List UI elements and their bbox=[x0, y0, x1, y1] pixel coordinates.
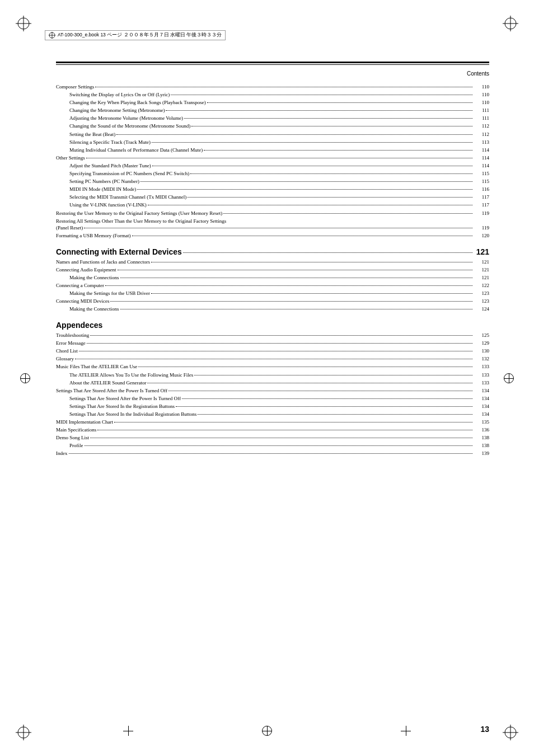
toc-dots bbox=[110, 301, 472, 302]
toc-text: MIDI IN Mode (MIDI IN Mode) bbox=[69, 186, 136, 193]
toc-page: 125 bbox=[474, 332, 489, 339]
toc-page: 123 bbox=[474, 290, 489, 297]
appendeces-heading-text: Appendeces bbox=[56, 321, 102, 330]
toc-entry-sound-generator: About the ATELIER Sound Generator 133 bbox=[56, 379, 489, 387]
toc-entry-glossary: Glossary 132 bbox=[56, 355, 489, 363]
toc-text: Other Settings bbox=[56, 154, 85, 162]
toc-entry-computer: Connecting a Computer 122 bbox=[56, 282, 489, 289]
toc-text: Settings That Are Stored After the Power… bbox=[69, 395, 181, 402]
toc-text: Making the Connections bbox=[69, 306, 119, 313]
toc-text: Setting PC Numbers (PC Number) bbox=[69, 178, 139, 185]
section-heading-connecting: Connecting with External Devices 121 bbox=[56, 247, 489, 256]
toc-dots bbox=[105, 285, 472, 286]
side-mark-right bbox=[504, 373, 514, 383]
toc-entry-vlink: Using the V-LINK function (V-LINK) 117 bbox=[56, 201, 489, 209]
toc-entry-error-message: Error Message 129 bbox=[56, 340, 489, 347]
toc-text: The ATELIER Allows You To Use the Follow… bbox=[69, 372, 193, 379]
toc-entry-master-tune: Adjust the Standard Pitch (Master Tune) … bbox=[56, 162, 489, 170]
toc-dots bbox=[120, 278, 473, 278]
toc-page: 135 bbox=[474, 419, 489, 426]
toc-text: Changing the Sound of the Metronome (Met… bbox=[69, 123, 190, 130]
section-heading-text: Connecting with External Devices bbox=[56, 247, 182, 256]
toc-entry-midi-connections: Making the Connections 124 bbox=[56, 306, 489, 313]
toc-page: 112 bbox=[474, 131, 489, 138]
toc-dots bbox=[75, 359, 472, 359]
toc-entry-main-specs: Main Specifications 136 bbox=[56, 426, 489, 434]
page: AT-100-300_e.book 13 ページ ２００８年５月７日 水曜日 午… bbox=[0, 0, 534, 756]
toc-dots bbox=[138, 367, 472, 367]
toc-text: Selecting the MIDI Transmit Channel (Tx … bbox=[69, 194, 186, 201]
toc-page: 119 bbox=[474, 210, 489, 217]
toc-text: Profile bbox=[69, 442, 83, 449]
toc-dots bbox=[204, 150, 472, 151]
toc-dots bbox=[190, 173, 472, 174]
toc-text: Formatting a USB Memory (Format) bbox=[56, 232, 131, 240]
toc-text: Connecting MIDI Devices bbox=[56, 298, 109, 305]
toc-entry-metronome-volume: Adjusting the Metronome Volume (Metronom… bbox=[56, 115, 489, 122]
toc-page: 134 bbox=[474, 411, 489, 418]
toc-page: 139 bbox=[474, 450, 489, 457]
header-cross-icon bbox=[49, 32, 55, 39]
toc-page: 123 bbox=[474, 298, 489, 305]
section-heading-page: 121 bbox=[474, 247, 489, 256]
toc-dots bbox=[137, 189, 472, 190]
toc-page: 138 bbox=[474, 434, 489, 442]
toc-text: Restoring the User Memory to the Origina… bbox=[56, 210, 222, 217]
toc-entry-metronome-setting: Changing the Metronome Setting (Metronom… bbox=[56, 107, 489, 114]
toc-text: Demo Song List bbox=[56, 434, 89, 442]
toc-page: 121 bbox=[474, 266, 489, 274]
bottom-mark-left bbox=[123, 726, 133, 736]
toc-entry-audio: Connecting Audio Equipment 121 bbox=[56, 266, 489, 274]
toc-page: 111 bbox=[474, 115, 489, 122]
toc-entry-metronome-sound: Changing the Sound of the Metronome (Met… bbox=[56, 123, 489, 130]
toc-dots bbox=[90, 335, 472, 336]
toc-text: Glossary bbox=[56, 355, 74, 363]
toc-entry-profile: Profile 138 bbox=[56, 442, 489, 449]
toc-page: 114 bbox=[474, 147, 489, 154]
toc-entry-index: Index 139 bbox=[56, 450, 489, 457]
toc-dots bbox=[207, 102, 472, 103]
toc-text: Changing the Metronome Setting (Metronom… bbox=[69, 107, 165, 114]
toc-page: 113 bbox=[474, 139, 489, 146]
toc-dots bbox=[79, 351, 472, 351]
toc-page: 116 bbox=[474, 186, 489, 193]
toc-dots bbox=[171, 95, 472, 95]
toc-dots bbox=[87, 343, 472, 344]
toc-dots bbox=[152, 142, 472, 143]
toc-text: Chord List bbox=[56, 348, 78, 355]
toc-text: Composer Settings bbox=[56, 83, 94, 91]
toc-text: Settings That Are Stored After the Power… bbox=[56, 387, 167, 395]
toc-page: 134 bbox=[474, 403, 489, 410]
toc-dots bbox=[140, 181, 472, 182]
toc-dots bbox=[152, 166, 472, 166]
toc-text: Music Files That the ATELIER Can Use bbox=[56, 363, 137, 370]
toc-dots bbox=[120, 309, 473, 309]
toc-entry-atelier-music-files: The ATELIER Allows You To Use the Follow… bbox=[56, 372, 489, 379]
toc-page: 121 bbox=[474, 274, 489, 281]
toc-entry-power-off-stored: Settings That Are Stored After the Power… bbox=[56, 395, 489, 402]
toc-entry-send-pc-switch: Specifying Transmission of PC Numbers (S… bbox=[56, 170, 489, 177]
toc-dots bbox=[182, 398, 472, 399]
bottom-mark-right bbox=[401, 726, 411, 736]
toc-text-cont: (Panel Reset) bbox=[56, 224, 83, 232]
toc-dots bbox=[191, 126, 472, 126]
toc-page: 133 bbox=[474, 363, 489, 370]
toc-page: 133 bbox=[474, 379, 489, 387]
toc-dots bbox=[168, 391, 472, 391]
toc-page: 114 bbox=[474, 162, 489, 170]
toc-dots bbox=[95, 87, 472, 87]
toc-text: Specifying Transmission of PC Numbers (S… bbox=[69, 170, 189, 177]
toc-dots bbox=[198, 414, 472, 415]
corner-mark-tl bbox=[16, 16, 31, 31]
toc-entry-jacks: Names and Functions of Jacks and Connect… bbox=[56, 259, 489, 266]
toc-page: 119 bbox=[474, 224, 489, 232]
toc-text: Adjust the Standard Pitch (Master Tune) bbox=[69, 162, 151, 170]
toc-text: Names and Functions of Jacks and Connect… bbox=[56, 259, 150, 266]
toc-entry-pc-number: Setting PC Numbers (PC Number) 115 bbox=[56, 178, 489, 185]
toc-page: 122 bbox=[474, 282, 489, 289]
toc-text: Adjusting the Metronome Volume (Metronom… bbox=[69, 115, 183, 122]
toc-text: Connecting a Computer bbox=[56, 282, 104, 289]
header-text-content: AT-100-300_e.book 13 ページ ２００８年５月７日 水曜日 午… bbox=[58, 32, 222, 39]
toc-page: 130 bbox=[474, 348, 489, 355]
toc-section-appendeces: Troubleshooting 125 Error Message 129 Ch… bbox=[56, 332, 489, 457]
